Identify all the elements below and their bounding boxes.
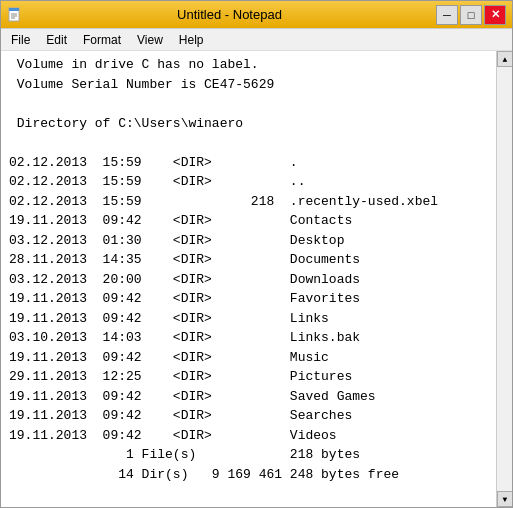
scroll-down-button[interactable]: ▼ xyxy=(497,491,512,507)
minimize-button[interactable]: ─ xyxy=(436,5,458,25)
menu-view[interactable]: View xyxy=(129,31,171,49)
menu-file[interactable]: File xyxy=(3,31,38,49)
menu-edit[interactable]: Edit xyxy=(38,31,75,49)
maximize-button[interactable]: □ xyxy=(460,5,482,25)
content-area: ▲ ▼ xyxy=(1,51,512,507)
title-bar: Untitled - Notepad ─ □ ✕ xyxy=(1,1,512,29)
svg-rect-1 xyxy=(9,8,19,11)
window-title: Untitled - Notepad xyxy=(23,7,436,22)
notepad-window: Untitled - Notepad ─ □ ✕ File Edit Forma… xyxy=(0,0,513,508)
menu-bar: File Edit Format View Help xyxy=(1,29,512,51)
menu-help[interactable]: Help xyxy=(171,31,212,49)
scroll-up-button[interactable]: ▲ xyxy=(497,51,512,67)
vertical-scrollbar[interactable]: ▲ ▼ xyxy=(496,51,512,507)
window-controls: ─ □ ✕ xyxy=(436,5,506,25)
close-button[interactable]: ✕ xyxy=(484,5,506,25)
text-editor[interactable] xyxy=(1,51,496,507)
scroll-track[interactable] xyxy=(497,67,512,491)
app-icon xyxy=(7,7,23,23)
menu-format[interactable]: Format xyxy=(75,31,129,49)
